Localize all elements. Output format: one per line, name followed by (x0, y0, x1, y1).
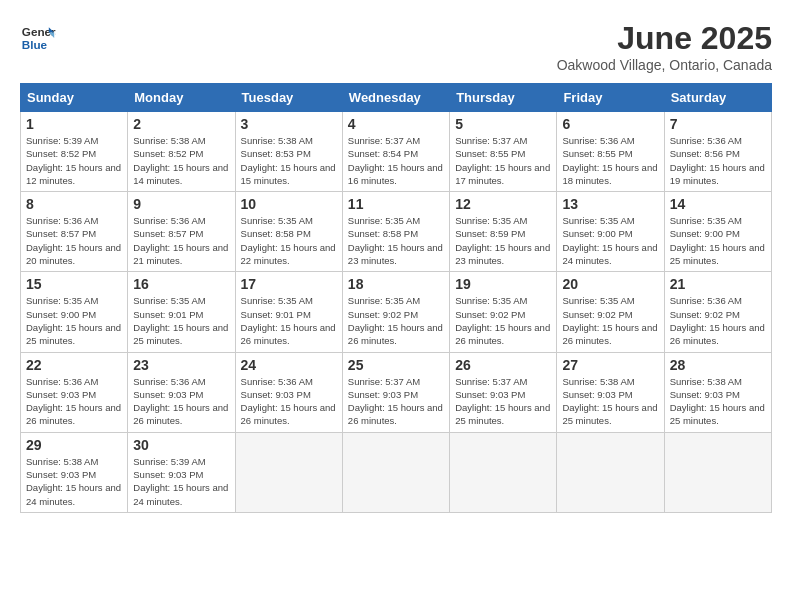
calendar-table: SundayMondayTuesdayWednesdayThursdayFrid… (20, 83, 772, 513)
day-info: Sunrise: 5:36 AMSunset: 9:03 PMDaylight:… (133, 376, 228, 427)
day-number: 29 (26, 437, 122, 453)
weekday-header-saturday: Saturday (664, 84, 771, 112)
calendar-cell: 12 Sunrise: 5:35 AMSunset: 8:59 PMDaylig… (450, 192, 557, 272)
calendar-cell: 4 Sunrise: 5:37 AMSunset: 8:54 PMDayligh… (342, 112, 449, 192)
calendar-cell (557, 432, 664, 512)
calendar-week-5: 29 Sunrise: 5:38 AMSunset: 9:03 PMDaylig… (21, 432, 772, 512)
day-number: 23 (133, 357, 229, 373)
day-info: Sunrise: 5:36 AMSunset: 8:57 PMDaylight:… (26, 215, 121, 266)
day-number: 30 (133, 437, 229, 453)
calendar-cell: 18 Sunrise: 5:35 AMSunset: 9:02 PMDaylig… (342, 272, 449, 352)
calendar-cell (342, 432, 449, 512)
day-number: 13 (562, 196, 658, 212)
day-info: Sunrise: 5:38 AMSunset: 9:03 PMDaylight:… (562, 376, 657, 427)
day-number: 10 (241, 196, 337, 212)
day-number: 11 (348, 196, 444, 212)
day-info: Sunrise: 5:36 AMSunset: 9:03 PMDaylight:… (241, 376, 336, 427)
calendar-cell: 2 Sunrise: 5:38 AMSunset: 8:52 PMDayligh… (128, 112, 235, 192)
day-number: 17 (241, 276, 337, 292)
calendar-body: 1 Sunrise: 5:39 AMSunset: 8:52 PMDayligh… (21, 112, 772, 513)
day-number: 25 (348, 357, 444, 373)
day-number: 6 (562, 116, 658, 132)
calendar-cell: 15 Sunrise: 5:35 AMSunset: 9:00 PMDaylig… (21, 272, 128, 352)
day-info: Sunrise: 5:35 AMSunset: 9:00 PMDaylight:… (26, 295, 121, 346)
day-info: Sunrise: 5:36 AMSunset: 9:03 PMDaylight:… (26, 376, 121, 427)
calendar-cell: 7 Sunrise: 5:36 AMSunset: 8:56 PMDayligh… (664, 112, 771, 192)
day-number: 19 (455, 276, 551, 292)
calendar-cell: 28 Sunrise: 5:38 AMSunset: 9:03 PMDaylig… (664, 352, 771, 432)
day-info: Sunrise: 5:38 AMSunset: 9:03 PMDaylight:… (26, 456, 121, 507)
calendar-cell: 21 Sunrise: 5:36 AMSunset: 9:02 PMDaylig… (664, 272, 771, 352)
logo-icon: General Blue (20, 20, 56, 56)
calendar-cell (235, 432, 342, 512)
day-info: Sunrise: 5:37 AMSunset: 9:03 PMDaylight:… (348, 376, 443, 427)
day-number: 20 (562, 276, 658, 292)
day-number: 1 (26, 116, 122, 132)
calendar-week-2: 8 Sunrise: 5:36 AMSunset: 8:57 PMDayligh… (21, 192, 772, 272)
calendar-cell (450, 432, 557, 512)
day-number: 24 (241, 357, 337, 373)
day-info: Sunrise: 5:38 AMSunset: 8:53 PMDaylight:… (241, 135, 336, 186)
calendar-cell: 23 Sunrise: 5:36 AMSunset: 9:03 PMDaylig… (128, 352, 235, 432)
calendar-cell: 27 Sunrise: 5:38 AMSunset: 9:03 PMDaylig… (557, 352, 664, 432)
day-info: Sunrise: 5:37 AMSunset: 9:03 PMDaylight:… (455, 376, 550, 427)
weekday-header-monday: Monday (128, 84, 235, 112)
day-number: 4 (348, 116, 444, 132)
day-info: Sunrise: 5:36 AMSunset: 8:57 PMDaylight:… (133, 215, 228, 266)
weekday-header-sunday: Sunday (21, 84, 128, 112)
svg-text:Blue: Blue (22, 38, 48, 51)
weekday-header-thursday: Thursday (450, 84, 557, 112)
day-info: Sunrise: 5:38 AMSunset: 9:03 PMDaylight:… (670, 376, 765, 427)
day-number: 27 (562, 357, 658, 373)
calendar-cell: 26 Sunrise: 5:37 AMSunset: 9:03 PMDaylig… (450, 352, 557, 432)
calendar-week-3: 15 Sunrise: 5:35 AMSunset: 9:00 PMDaylig… (21, 272, 772, 352)
day-info: Sunrise: 5:36 AMSunset: 9:02 PMDaylight:… (670, 295, 765, 346)
day-info: Sunrise: 5:35 AMSunset: 9:02 PMDaylight:… (455, 295, 550, 346)
calendar-cell: 3 Sunrise: 5:38 AMSunset: 8:53 PMDayligh… (235, 112, 342, 192)
weekday-header-friday: Friday (557, 84, 664, 112)
day-number: 15 (26, 276, 122, 292)
calendar-cell: 30 Sunrise: 5:39 AMSunset: 9:03 PMDaylig… (128, 432, 235, 512)
calendar-cell: 19 Sunrise: 5:35 AMSunset: 9:02 PMDaylig… (450, 272, 557, 352)
calendar-week-4: 22 Sunrise: 5:36 AMSunset: 9:03 PMDaylig… (21, 352, 772, 432)
day-number: 26 (455, 357, 551, 373)
day-info: Sunrise: 5:39 AMSunset: 9:03 PMDaylight:… (133, 456, 228, 507)
day-info: Sunrise: 5:35 AMSunset: 9:01 PMDaylight:… (241, 295, 336, 346)
day-info: Sunrise: 5:35 AMSunset: 8:59 PMDaylight:… (455, 215, 550, 266)
title-block: June 2025 Oakwood Village, Ontario, Cana… (557, 20, 772, 73)
calendar-cell (664, 432, 771, 512)
calendar-cell: 5 Sunrise: 5:37 AMSunset: 8:55 PMDayligh… (450, 112, 557, 192)
month-title: June 2025 (557, 20, 772, 57)
day-info: Sunrise: 5:36 AMSunset: 8:55 PMDaylight:… (562, 135, 657, 186)
day-number: 22 (26, 357, 122, 373)
location-title: Oakwood Village, Ontario, Canada (557, 57, 772, 73)
page-header: General Blue June 2025 Oakwood Village, … (20, 20, 772, 73)
day-number: 16 (133, 276, 229, 292)
day-number: 8 (26, 196, 122, 212)
calendar-cell: 1 Sunrise: 5:39 AMSunset: 8:52 PMDayligh… (21, 112, 128, 192)
calendar-cell: 13 Sunrise: 5:35 AMSunset: 9:00 PMDaylig… (557, 192, 664, 272)
day-info: Sunrise: 5:35 AMSunset: 8:58 PMDaylight:… (241, 215, 336, 266)
logo: General Blue (20, 20, 56, 56)
calendar-cell: 11 Sunrise: 5:35 AMSunset: 8:58 PMDaylig… (342, 192, 449, 272)
calendar-cell: 6 Sunrise: 5:36 AMSunset: 8:55 PMDayligh… (557, 112, 664, 192)
day-info: Sunrise: 5:35 AMSunset: 9:01 PMDaylight:… (133, 295, 228, 346)
day-info: Sunrise: 5:38 AMSunset: 8:52 PMDaylight:… (133, 135, 228, 186)
calendar-cell: 29 Sunrise: 5:38 AMSunset: 9:03 PMDaylig… (21, 432, 128, 512)
day-info: Sunrise: 5:36 AMSunset: 8:56 PMDaylight:… (670, 135, 765, 186)
day-number: 5 (455, 116, 551, 132)
weekday-header-tuesday: Tuesday (235, 84, 342, 112)
calendar-cell: 20 Sunrise: 5:35 AMSunset: 9:02 PMDaylig… (557, 272, 664, 352)
day-number: 3 (241, 116, 337, 132)
day-number: 7 (670, 116, 766, 132)
day-info: Sunrise: 5:35 AMSunset: 8:58 PMDaylight:… (348, 215, 443, 266)
calendar-cell: 17 Sunrise: 5:35 AMSunset: 9:01 PMDaylig… (235, 272, 342, 352)
calendar-week-1: 1 Sunrise: 5:39 AMSunset: 8:52 PMDayligh… (21, 112, 772, 192)
day-info: Sunrise: 5:35 AMSunset: 9:02 PMDaylight:… (562, 295, 657, 346)
day-number: 9 (133, 196, 229, 212)
calendar-cell: 14 Sunrise: 5:35 AMSunset: 9:00 PMDaylig… (664, 192, 771, 272)
calendar-cell: 8 Sunrise: 5:36 AMSunset: 8:57 PMDayligh… (21, 192, 128, 272)
day-number: 14 (670, 196, 766, 212)
day-info: Sunrise: 5:35 AMSunset: 9:02 PMDaylight:… (348, 295, 443, 346)
calendar-cell: 9 Sunrise: 5:36 AMSunset: 8:57 PMDayligh… (128, 192, 235, 272)
